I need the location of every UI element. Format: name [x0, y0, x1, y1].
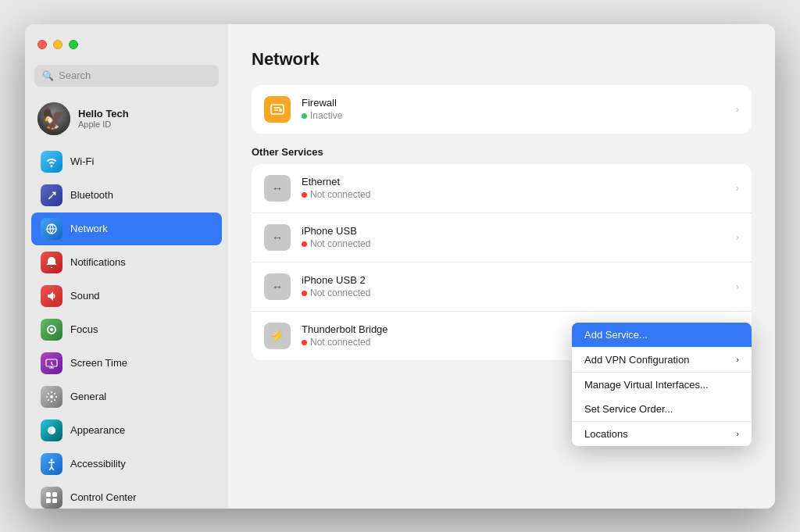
dropdown-item-add-service[interactable]: Add Service... — [572, 323, 752, 347]
iphone-usb2-icon: ↔ — [264, 273, 291, 300]
user-info: Hello Tech Apple ID — [78, 108, 129, 129]
manage-virtual-label: Manage Virtual Interfaces... — [584, 379, 709, 391]
sidebar-item-accessibility[interactable]: Accessibility — [31, 448, 222, 480]
sidebar-item-label-network: Network — [70, 223, 108, 234]
page-title: Network — [252, 49, 752, 70]
sidebar-item-label-general: General — [70, 391, 106, 402]
search-bar[interactable]: 🔍 Search — [34, 65, 219, 87]
svg-rect-6 — [52, 492, 57, 497]
iphone-usb-status-dot — [302, 241, 307, 247]
screen-time-icon — [41, 352, 62, 374]
system-preferences-window: 🔍 Search Hello Tech Apple ID Wi-Fi — [25, 24, 775, 509]
focus-icon — [41, 319, 62, 341]
bluetooth-icon: ⭧ — [41, 184, 62, 206]
firewall-info: Firewall Inactive — [302, 97, 725, 121]
sidebar-item-label-bluetooth: Bluetooth — [70, 189, 113, 201]
sidebar-item-notifications[interactable]: Notifications — [31, 246, 222, 279]
sidebar-item-general[interactable]: General — [31, 380, 222, 413]
sidebar-item-label-screen-time: Screen Time — [70, 357, 127, 369]
sidebar-item-focus[interactable]: Focus — [31, 313, 222, 346]
svg-rect-5 — [46, 492, 51, 497]
add-vpn-chevron-icon: › — [736, 355, 739, 364]
user-profile-item[interactable]: Hello Tech Apple ID — [25, 96, 228, 145]
firewall-item[interactable]: Firewall Inactive › — [252, 85, 752, 134]
general-icon — [41, 386, 62, 408]
minimize-button[interactable] — [53, 40, 62, 49]
thunderbolt-status-dot — [302, 340, 307, 345]
firewall-status-dot — [302, 113, 307, 119]
sound-icon — [41, 285, 62, 307]
notifications-icon — [41, 252, 62, 273]
set-service-order-label: Set Service Order... — [584, 403, 673, 415]
sidebar-item-screen-time[interactable]: Screen Time — [31, 347, 222, 380]
iphone-usb2-name: iPhone USB 2 — [302, 274, 725, 286]
iphone-usb-icon: ↔ — [264, 224, 291, 251]
iphone-usb-name: iPhone USB — [302, 225, 725, 237]
dropdown-item-add-vpn[interactable]: Add VPN Configuration › — [572, 348, 752, 372]
svg-point-10 — [279, 109, 282, 112]
sidebar-item-label-control-center: Control Center — [70, 491, 137, 503]
iphone-usb2-status-dot — [302, 291, 307, 296]
ethernet-status-dot — [302, 192, 307, 198]
accessibility-icon — [41, 453, 62, 475]
locations-chevron-icon: › — [736, 429, 739, 438]
control-center-icon — [41, 487, 62, 509]
ethernet-chevron-icon: › — [736, 182, 739, 194]
search-icon: 🔍 — [42, 70, 54, 81]
appearance-icon — [41, 420, 62, 441]
firewall-section: Firewall Inactive › — [252, 85, 752, 134]
svg-rect-8 — [52, 498, 57, 503]
iphone-usb2-info: iPhone USB 2 Not connected — [302, 274, 725, 298]
iphone-usb-status: Not connected — [302, 238, 725, 249]
iphone-usb-chevron-icon: › — [736, 231, 739, 243]
dropdown-item-set-service-order[interactable]: Set Service Order... — [572, 397, 752, 421]
add-service-label: Add Service... — [584, 329, 648, 341]
firewall-chevron-icon: › — [736, 103, 739, 115]
wifi-icon — [41, 151, 62, 173]
iphone-usb-item[interactable]: ↔ iPhone USB Not connected › — [252, 213, 752, 262]
firewall-status: Inactive — [302, 110, 725, 121]
ethernet-name: Ethernet — [302, 176, 725, 187]
iphone-usb2-chevron-icon: › — [736, 280, 739, 292]
svg-point-2 — [50, 395, 53, 398]
iphone-usb2-item[interactable]: ↔ iPhone USB 2 Not connected › — [252, 262, 752, 312]
sidebar-item-label-focus: Focus — [70, 323, 98, 335]
network-icon — [41, 218, 62, 240]
locations-label: Locations — [584, 428, 628, 440]
main-content: Network Firewall Inactive › Other Servic… — [228, 24, 775, 509]
firewall-name: Firewall — [302, 97, 725, 109]
sidebar-item-label-appearance: Appearance — [70, 424, 125, 436]
sidebar-item-bluetooth[interactable]: ⭧ Bluetooth — [31, 179, 222, 212]
firewall-icon — [264, 96, 291, 123]
search-input: Search — [59, 70, 91, 81]
add-vpn-label: Add VPN Configuration — [584, 354, 689, 366]
thunderbolt-icon: ⚡ — [264, 323, 291, 349]
sidebar-scroll: Wi-Fi ⭧ Bluetooth Network N — [25, 145, 228, 509]
dropdown-item-locations[interactable]: Locations › — [572, 422, 752, 446]
sidebar-item-wifi[interactable]: Wi-Fi — [31, 145, 222, 178]
sidebar-item-label-sound: Sound — [70, 290, 100, 302]
other-services-label: Other Services — [252, 146, 752, 158]
sidebar-item-label-notifications: Notifications — [70, 256, 126, 268]
dropdown-item-manage-virtual[interactable]: Manage Virtual Interfaces... — [572, 373, 752, 397]
user-name: Hello Tech — [78, 108, 129, 120]
avatar-image — [38, 102, 70, 135]
svg-point-4 — [51, 459, 53, 461]
user-subtitle: Apple ID — [78, 120, 129, 129]
iphone-usb-info: iPhone USB Not connected — [302, 225, 725, 249]
avatar — [38, 102, 70, 135]
ethernet-info: Ethernet Not connected — [302, 176, 725, 200]
sidebar-item-network[interactable]: Network — [31, 212, 222, 245]
ethernet-item[interactable]: ↔ Ethernet Not connected › — [252, 164, 752, 213]
iphone-usb2-status: Not connected — [302, 287, 725, 298]
ethernet-icon: ↔ — [264, 175, 291, 202]
sidebar-item-appearance[interactable]: Appearance — [31, 414, 222, 447]
sidebar-item-control-center[interactable]: Control Center — [31, 481, 222, 509]
ethernet-status: Not connected — [302, 189, 725, 200]
close-button[interactable] — [38, 40, 47, 49]
titlebar — [25, 24, 228, 65]
maximize-button[interactable] — [69, 40, 78, 49]
sidebar-item-sound[interactable]: Sound — [31, 280, 222, 312]
svg-rect-7 — [46, 498, 51, 503]
sidebar-item-label-accessibility: Accessibility — [70, 458, 126, 470]
